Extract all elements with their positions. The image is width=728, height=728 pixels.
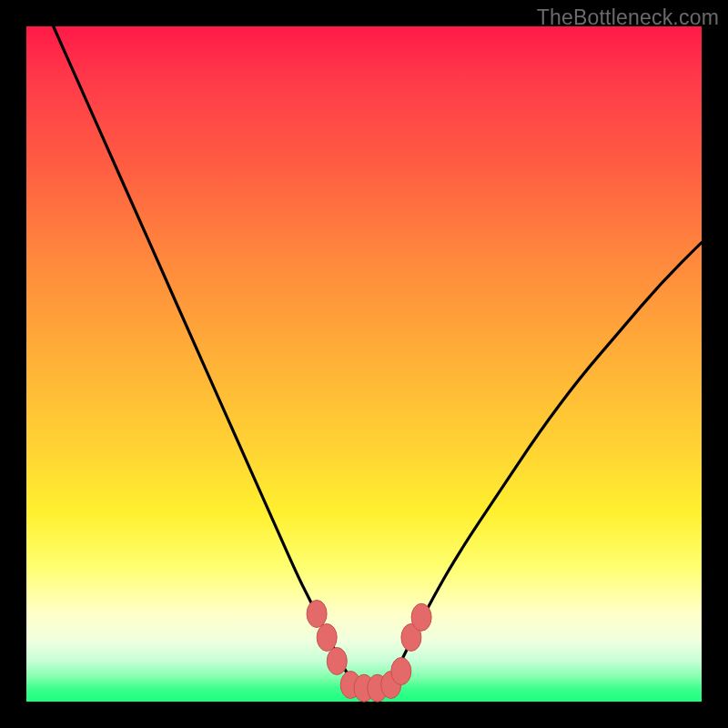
- curve-markers: [307, 601, 431, 703]
- left-marker-2: [317, 624, 337, 652]
- chart-frame: TheBottleneck.com: [0, 0, 728, 728]
- right-marker-2: [411, 603, 431, 631]
- watermark-text: TheBottleneck.com: [537, 5, 719, 30]
- valley-marker-5: [391, 658, 411, 685]
- chart-svg: [26, 26, 702, 702]
- plot-area: [26, 26, 702, 702]
- left-marker-1: [307, 601, 327, 628]
- left-marker-3: [327, 648, 347, 675]
- bottleneck-curve: [54, 26, 702, 688]
